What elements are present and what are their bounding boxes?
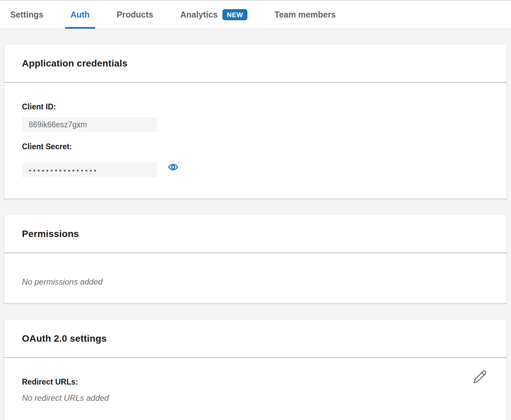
tab-settings[interactable]: Settings bbox=[10, 1, 44, 29]
permissions-title: Permissions bbox=[22, 229, 79, 239]
client-secret-label: Client Secret: bbox=[22, 141, 489, 152]
eye-icon bbox=[168, 162, 179, 173]
tab-team-members-label: Team members bbox=[274, 10, 336, 20]
tab-analytics-label: Analytics bbox=[180, 10, 218, 20]
permissions-empty-text: No permissions added bbox=[22, 277, 489, 287]
redirect-urls-empty-text: No redirect URLs added bbox=[22, 393, 489, 403]
permissions-body: No permissions added bbox=[4, 253, 507, 303]
tab-analytics[interactable]: Analytics NEW bbox=[180, 1, 247, 29]
tab-auth[interactable]: Auth bbox=[71, 1, 90, 29]
client-secret-field[interactable]: ●●●●●●●●●●●●●●●● bbox=[22, 162, 157, 177]
redirect-urls-label: Redirect URLs: bbox=[22, 377, 489, 387]
tab-products-label: Products bbox=[117, 10, 153, 20]
application-credentials-header: Application credentials bbox=[4, 45, 507, 83]
tab-settings-label: Settings bbox=[10, 10, 44, 20]
pencil-icon bbox=[473, 369, 487, 384]
permissions-card: Permissions No permissions added bbox=[4, 215, 507, 303]
tab-products[interactable]: Products bbox=[117, 1, 153, 29]
new-badge: NEW bbox=[222, 9, 247, 20]
application-credentials-card: Application credentials Client ID: 869ik… bbox=[4, 44, 507, 199]
oauth-settings-body: Redirect URLs: No redirect URLs added bbox=[4, 358, 507, 420]
reveal-secret-button[interactable] bbox=[168, 162, 179, 173]
oauth-settings-header: OAuth 2.0 settings bbox=[4, 320, 507, 358]
oauth-settings-card: OAuth 2.0 settings Redirect URLs: No red… bbox=[4, 319, 507, 420]
client-secret-masked-value: ●●●●●●●●●●●●●●●● bbox=[29, 167, 98, 173]
tab-auth-label: Auth bbox=[71, 10, 90, 20]
edit-redirect-urls-button[interactable] bbox=[473, 369, 487, 384]
oauth-settings-title: OAuth 2.0 settings bbox=[22, 333, 107, 344]
client-id-value: 869ik66esz7gxm bbox=[29, 120, 87, 129]
main-content: Application credentials Client ID: 869ik… bbox=[0, 29, 511, 420]
tab-team-members[interactable]: Team members bbox=[274, 1, 336, 29]
application-credentials-body: Client ID: 869ik66esz7gxm Client Secret:… bbox=[4, 83, 507, 198]
client-id-label: Client ID: bbox=[22, 102, 489, 112]
application-credentials-title: Application credentials bbox=[22, 58, 128, 69]
client-secret-row: ●●●●●●●●●●●●●●●● bbox=[22, 157, 489, 177]
tab-bar: Settings Auth Products Analytics NEW Tea… bbox=[0, 0, 511, 29]
client-id-field[interactable]: 869ik66esz7gxm bbox=[22, 117, 157, 132]
permissions-header: Permissions bbox=[4, 215, 507, 253]
